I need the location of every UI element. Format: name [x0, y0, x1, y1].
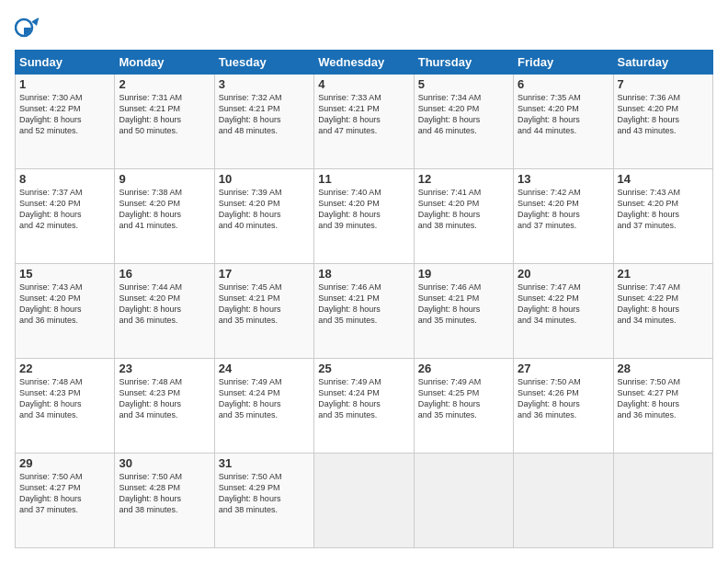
calendar-cell: 1Sunrise: 7:30 AMSunset: 4:22 PMDaylight… [16, 75, 115, 169]
cell-info: Sunrise: 7:35 AMSunset: 4:20 PMDaylight:… [518, 92, 609, 137]
calendar-cell: 2Sunrise: 7:31 AMSunset: 4:21 PMDaylight… [115, 75, 214, 169]
calendar-cell: 20Sunrise: 7:47 AMSunset: 4:22 PMDayligh… [514, 264, 613, 359]
calendar-cell: 26Sunrise: 7:49 AMSunset: 4:25 PMDayligh… [414, 359, 513, 454]
cell-info: Sunrise: 7:47 AMSunset: 4:22 PMDaylight:… [618, 282, 709, 327]
calendar-cell: 19Sunrise: 7:46 AMSunset: 4:21 PMDayligh… [414, 264, 513, 359]
day-number: 4 [318, 77, 409, 91]
cell-info: Sunrise: 7:32 AMSunset: 4:21 PMDaylight:… [219, 92, 310, 137]
day-number: 10 [219, 172, 310, 186]
day-number: 24 [219, 362, 310, 375]
calendar-cell: 18Sunrise: 7:46 AMSunset: 4:21 PMDayligh… [314, 264, 414, 359]
calendar-header-row: SundayMondayTuesdayWednesdayThursdayFrid… [16, 51, 713, 75]
calendar-cell: 21Sunrise: 7:47 AMSunset: 4:22 PMDayligh… [613, 264, 712, 359]
calendar-cell: 27Sunrise: 7:50 AMSunset: 4:26 PMDayligh… [514, 359, 613, 454]
calendar-cell: 13Sunrise: 7:42 AMSunset: 4:20 PMDayligh… [514, 169, 613, 264]
calendar-cell: 8Sunrise: 7:37 AMSunset: 4:20 PMDaylight… [16, 169, 115, 264]
logo-icon [15, 15, 40, 40]
cell-info: Sunrise: 7:38 AMSunset: 4:20 PMDaylight:… [119, 187, 210, 232]
cell-info: Sunrise: 7:36 AMSunset: 4:20 PMDaylight:… [618, 92, 709, 137]
calendar-cell [414, 454, 513, 548]
day-number: 17 [219, 267, 310, 281]
day-number: 22 [19, 362, 110, 375]
calendar-week-3: 15Sunrise: 7:43 AMSunset: 4:20 PMDayligh… [16, 264, 713, 359]
cell-info: Sunrise: 7:48 AMSunset: 4:23 PMDaylight:… [19, 376, 110, 421]
page: SundayMondayTuesdayWednesdayThursdayFrid… [0, 0, 728, 563]
cell-info: Sunrise: 7:46 AMSunset: 4:21 PMDaylight:… [318, 282, 409, 327]
day-header-monday: Monday [115, 51, 214, 75]
calendar-cell: 16Sunrise: 7:44 AMSunset: 4:20 PMDayligh… [115, 264, 214, 359]
day-number: 8 [19, 172, 110, 186]
calendar-cell: 9Sunrise: 7:38 AMSunset: 4:20 PMDaylight… [115, 169, 214, 264]
cell-info: Sunrise: 7:42 AMSunset: 4:20 PMDaylight:… [518, 187, 609, 232]
day-number: 30 [119, 456, 210, 470]
cell-info: Sunrise: 7:49 AMSunset: 4:25 PMDaylight:… [418, 376, 509, 421]
day-number: 19 [418, 267, 509, 281]
header [15, 15, 713, 40]
calendar-week-2: 8Sunrise: 7:37 AMSunset: 4:20 PMDaylight… [16, 169, 713, 264]
calendar-cell: 3Sunrise: 7:32 AMSunset: 4:21 PMDaylight… [214, 75, 313, 169]
cell-info: Sunrise: 7:41 AMSunset: 4:20 PMDaylight:… [418, 187, 509, 232]
day-number: 27 [518, 362, 609, 375]
day-number: 25 [318, 362, 409, 375]
day-header-wednesday: Wednesday [314, 51, 414, 75]
cell-info: Sunrise: 7:50 AMSunset: 4:26 PMDaylight:… [518, 376, 609, 421]
day-number: 31 [219, 456, 310, 470]
day-header-sunday: Sunday [16, 51, 115, 75]
day-number: 29 [19, 456, 110, 470]
cell-info: Sunrise: 7:50 AMSunset: 4:27 PMDaylight:… [19, 471, 110, 516]
cell-info: Sunrise: 7:49 AMSunset: 4:24 PMDaylight:… [318, 376, 409, 421]
cell-info: Sunrise: 7:47 AMSunset: 4:22 PMDaylight:… [518, 282, 609, 327]
cell-info: Sunrise: 7:33 AMSunset: 4:21 PMDaylight:… [318, 92, 409, 137]
calendar-cell [314, 454, 414, 548]
cell-info: Sunrise: 7:50 AMSunset: 4:27 PMDaylight:… [618, 376, 709, 421]
day-number: 7 [618, 77, 709, 91]
calendar-cell: 4Sunrise: 7:33 AMSunset: 4:21 PMDaylight… [314, 75, 414, 169]
calendar-cell: 31Sunrise: 7:50 AMSunset: 4:29 PMDayligh… [214, 454, 313, 548]
calendar-cell: 12Sunrise: 7:41 AMSunset: 4:20 PMDayligh… [414, 169, 513, 264]
day-number: 14 [618, 172, 709, 186]
calendar-cell: 23Sunrise: 7:48 AMSunset: 4:23 PMDayligh… [115, 359, 214, 454]
day-number: 18 [318, 267, 409, 281]
day-number: 12 [418, 172, 509, 186]
calendar-cell: 28Sunrise: 7:50 AMSunset: 4:27 PMDayligh… [613, 359, 712, 454]
calendar-cell: 30Sunrise: 7:50 AMSunset: 4:28 PMDayligh… [115, 454, 214, 548]
day-number: 26 [418, 362, 509, 375]
day-number: 11 [318, 172, 409, 186]
cell-info: Sunrise: 7:30 AMSunset: 4:22 PMDaylight:… [19, 92, 110, 137]
calendar-cell: 14Sunrise: 7:43 AMSunset: 4:20 PMDayligh… [613, 169, 712, 264]
day-header-thursday: Thursday [414, 51, 513, 75]
calendar-cell [514, 454, 613, 548]
calendar-cell: 17Sunrise: 7:45 AMSunset: 4:21 PMDayligh… [214, 264, 313, 359]
day-number: 9 [119, 172, 210, 186]
day-number: 13 [518, 172, 609, 186]
day-number: 2 [119, 77, 210, 91]
cell-info: Sunrise: 7:43 AMSunset: 4:20 PMDaylight:… [618, 187, 709, 232]
day-number: 23 [119, 362, 210, 375]
day-number: 28 [618, 362, 709, 375]
logo [15, 15, 44, 40]
cell-info: Sunrise: 7:43 AMSunset: 4:20 PMDaylight:… [19, 282, 110, 327]
calendar-cell: 6Sunrise: 7:35 AMSunset: 4:20 PMDaylight… [514, 75, 613, 169]
cell-info: Sunrise: 7:40 AMSunset: 4:20 PMDaylight:… [318, 187, 409, 232]
day-number: 16 [119, 267, 210, 281]
calendar-cell: 22Sunrise: 7:48 AMSunset: 4:23 PMDayligh… [16, 359, 115, 454]
day-number: 3 [219, 77, 310, 91]
cell-info: Sunrise: 7:44 AMSunset: 4:20 PMDaylight:… [119, 282, 210, 327]
calendar-cell: 29Sunrise: 7:50 AMSunset: 4:27 PMDayligh… [16, 454, 115, 548]
cell-info: Sunrise: 7:39 AMSunset: 4:20 PMDaylight:… [219, 187, 310, 232]
calendar-week-4: 22Sunrise: 7:48 AMSunset: 4:23 PMDayligh… [16, 359, 713, 454]
calendar-cell: 24Sunrise: 7:49 AMSunset: 4:24 PMDayligh… [214, 359, 313, 454]
cell-info: Sunrise: 7:46 AMSunset: 4:21 PMDaylight:… [418, 282, 509, 327]
calendar-week-1: 1Sunrise: 7:30 AMSunset: 4:22 PMDaylight… [16, 75, 713, 169]
cell-info: Sunrise: 7:34 AMSunset: 4:20 PMDaylight:… [418, 92, 509, 137]
cell-info: Sunrise: 7:50 AMSunset: 4:28 PMDaylight:… [119, 471, 210, 516]
calendar-cell: 11Sunrise: 7:40 AMSunset: 4:20 PMDayligh… [314, 169, 414, 264]
day-number: 21 [618, 267, 709, 281]
calendar-cell: 5Sunrise: 7:34 AMSunset: 4:20 PMDaylight… [414, 75, 513, 169]
cell-info: Sunrise: 7:48 AMSunset: 4:23 PMDaylight:… [119, 376, 210, 421]
day-number: 1 [19, 77, 110, 91]
calendar-cell: 7Sunrise: 7:36 AMSunset: 4:20 PMDaylight… [613, 75, 712, 169]
calendar-cell: 15Sunrise: 7:43 AMSunset: 4:20 PMDayligh… [16, 264, 115, 359]
calendar-table: SundayMondayTuesdayWednesdayThursdayFrid… [15, 50, 713, 548]
cell-info: Sunrise: 7:45 AMSunset: 4:21 PMDaylight:… [219, 282, 310, 327]
